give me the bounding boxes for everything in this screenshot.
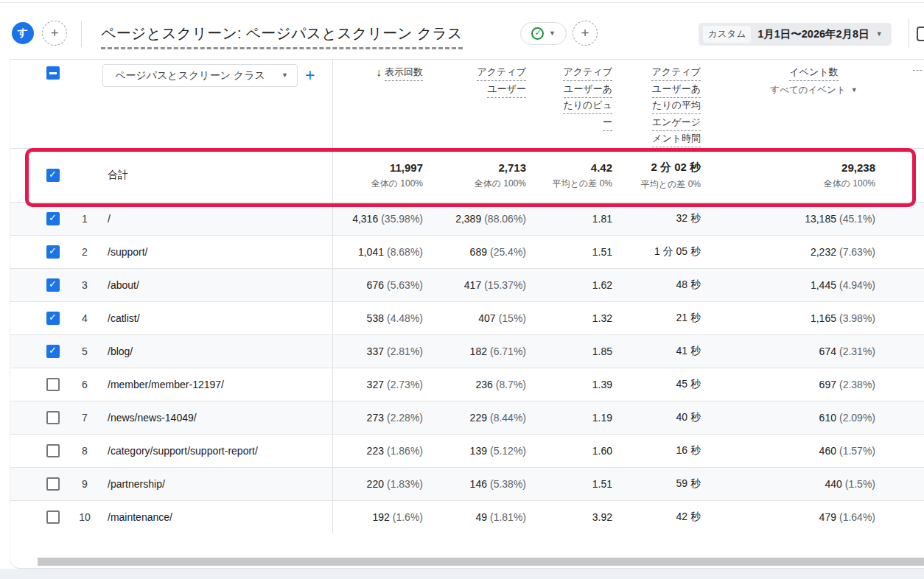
ga4-report-page: す + ページとスクリーン: ページパスとスクリーン クラス ▼ + カスタム … [0, 0, 924, 579]
engagement-time-cell: 21 秒 [612, 302, 701, 334]
totals-checkbox[interactable] [46, 169, 60, 182]
column-header-views[interactable]: ↓ 表示回数 [332, 60, 423, 149]
views-cell: 1,041(8.68%) [332, 236, 423, 268]
views-cell: 273(2.28%) [332, 401, 423, 434]
active-users-cell: 2,389(88.06%) [423, 203, 526, 235]
table-row: 6 /member/member-12197/ 327(2.73%) 236(8… [10, 368, 924, 401]
engagement-time-cell: 40 秒 [612, 401, 701, 434]
add-dimension-button[interactable]: + [305, 66, 315, 85]
events-cell: 674(2.31%) [701, 335, 875, 368]
column-label: 表示回数 [385, 66, 423, 81]
active-users-cell: 139(5.12%) [423, 435, 526, 467]
events-cell: 13,185(45.1%) [701, 203, 875, 235]
table-row: 1 / 4,316(35.98%) 2,389(88.06%) 1.81 32 … [10, 202, 924, 235]
active-users-cell: 417(15.37%) [423, 269, 526, 301]
views-cell: 327(2.73%) [332, 368, 423, 401]
views-cell: 192(1.6%) [332, 501, 423, 533]
row-checkbox[interactable] [46, 345, 60, 358]
total-events-sub: 全体の 100% [824, 178, 875, 190]
views-per-user-cell: 1.85 [526, 335, 612, 368]
sort-descending-icon: ↓ [377, 66, 382, 78]
dimension-dropdown[interactable]: ページパスとスクリーン クラス ▼ [102, 64, 298, 87]
account-avatar[interactable]: す [12, 22, 34, 44]
column-header-views-per-user[interactable]: アクティブユーザーあたりのビュー [526, 60, 612, 149]
row-page-path: /partnership/ [100, 468, 332, 500]
events-filter-dropdown[interactable]: すべてのイベント ▼ [770, 83, 857, 99]
header-divider [81, 21, 82, 47]
horizontal-scrollbar[interactable] [38, 558, 924, 566]
engagement-time-cell: 16 秒 [612, 435, 701, 467]
header-divider [909, 19, 909, 49]
table-header-row: ↓ 表示回数 アクティブユーザー アクティブユーザーあたりのビュー アクティブユ… [10, 60, 924, 149]
views-cell: 223(1.86%) [332, 435, 423, 467]
share-icon[interactable] [917, 27, 924, 41]
active-users-cell: 407(15%) [423, 302, 526, 334]
views-per-user-cell: 1.51 [526, 468, 612, 500]
row-rank: 3 [69, 269, 100, 301]
add-comparison-button[interactable]: + [42, 21, 67, 46]
total-engagement-time: 2 分 02 秒 [651, 161, 701, 175]
row-checkbox[interactable] [46, 477, 60, 491]
events-cell: 697(2.38%) [701, 368, 875, 401]
report-header: す + ページとスクリーン: ページパスとスクリーン クラス ▼ + カスタム … [0, 3, 924, 59]
table-row: 7 /news/news-14049/ 273(2.28%) 229(8.44%… [10, 401, 924, 434]
dimension-label: ページパスとスクリーン クラス [115, 69, 265, 83]
table-row: 3 /about/ 676(5.63%) 417(15.37%) 1.62 48… [10, 268, 924, 301]
column-header-active-users[interactable]: アクティブユーザー [423, 60, 526, 149]
row-checkbox[interactable] [46, 245, 60, 259]
engagement-time-cell: 59 秒 [612, 468, 701, 500]
views-per-user-cell: 3.92 [526, 501, 612, 533]
row-checkbox[interactable] [46, 212, 60, 225]
events-cell: 1,165(3.98%) [701, 302, 875, 334]
row-page-path: /about/ [100, 269, 332, 301]
total-engagement-time-sub: 平均との差 0% [641, 178, 701, 191]
table-row: 10 /maintenance/ 192(1.6%) 49(1.81%) 3.9… [10, 500, 924, 533]
row-page-path: /category/support/support-report/ [100, 435, 332, 467]
column-header-avg-engagement[interactable]: アクティブユーザーあたりの平均エンゲージメント時間 [612, 60, 701, 149]
chevron-down-icon: ▼ [876, 31, 883, 38]
header-checkbox-cell [10, 60, 69, 149]
total-views-sub: 全体の 100% [371, 178, 423, 190]
row-page-path: /member/member-12197/ [100, 368, 332, 401]
table-row: 8 /category/support/support-report/ 223(… [10, 434, 924, 467]
add-filter-button[interactable]: + [573, 21, 598, 46]
total-views-per-user: 4.42 [591, 161, 612, 174]
table-row: 9 /partnership/ 220(1.83%) 146(5.38%) 1.… [10, 467, 924, 500]
row-page-path: /maintenance/ [100, 501, 332, 533]
row-rank: 5 [69, 335, 100, 368]
events-cell: 440(1.5%) [701, 468, 875, 500]
row-checkbox[interactable] [46, 411, 60, 424]
views-per-user-cell: 1.32 [526, 302, 612, 334]
total-active-users-sub: 全体の 100% [475, 178, 526, 190]
views-per-user-cell: 1.62 [526, 269, 612, 301]
active-users-cell: 689(25.4%) [423, 236, 526, 268]
engagement-time-cell: 32 秒 [612, 203, 701, 235]
table-row: 4 /catlist/ 538(4.48%) 407(15%) 1.32 21 … [10, 301, 924, 334]
date-range-picker[interactable]: カスタム 1月1日〜2026年2月8日 ▼ [699, 23, 892, 46]
active-users-cell: 182(6.71%) [423, 335, 526, 368]
views-cell: 4,316(35.98%) [332, 203, 423, 235]
views-per-user-cell: 1.51 [526, 236, 612, 268]
table-row: 2 /support/ 1,041(8.68%) 689(25.4%) 1.51… [10, 235, 924, 268]
report-status-dropdown[interactable]: ▼ [520, 22, 567, 45]
column-header-events[interactable]: イベント数 すべてのイベント ▼ [701, 60, 875, 149]
total-events: 29,238 [841, 161, 875, 174]
row-checkbox[interactable] [46, 444, 60, 457]
row-checkbox[interactable] [46, 510, 60, 524]
events-cell: 479(1.64%) [701, 501, 875, 533]
row-page-path: /blog/ [100, 335, 332, 368]
report-table-card: ↓ 表示回数 アクティブユーザー アクティブユーザーあたりのビュー アクティブユ… [10, 59, 924, 569]
row-checkbox[interactable] [46, 312, 60, 325]
active-users-cell: 49(1.81%) [423, 501, 526, 533]
views-per-user-cell: 1.19 [526, 401, 612, 434]
row-checkbox[interactable] [46, 278, 60, 292]
totals-label: 合計 [100, 149, 332, 202]
report-title[interactable]: ページとスクリーン: ページパスとスクリーン クラス [101, 24, 463, 49]
table-body: 1 / 4,316(35.98%) 2,389(88.06%) 1.81 32 … [10, 202, 924, 533]
views-cell: 337(2.81%) [332, 335, 423, 368]
select-all-checkbox[interactable] [46, 66, 60, 80]
row-checkbox[interactable] [46, 378, 60, 391]
row-page-path: /news/news-14049/ [100, 401, 332, 434]
active-users-cell: 236(8.7%) [423, 368, 526, 401]
check-circle-icon [531, 27, 544, 40]
